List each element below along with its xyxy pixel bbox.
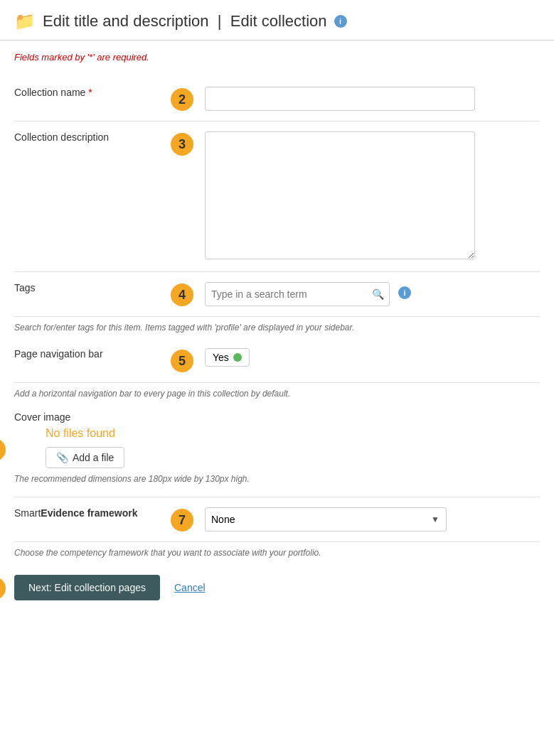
add-file-button[interactable]: 📎 Add a file <box>46 447 124 468</box>
smartevidence-label-area: SmartEvidence framework <box>14 507 171 519</box>
smartevidence-row: SmartEvidence framework 7 None Option 1 … <box>14 497 540 542</box>
toggle-label: Yes <box>213 352 229 363</box>
tags-help-text: Search for/enter tags for this item. Ite… <box>14 323 354 333</box>
tags-label-area: Tags <box>14 282 171 293</box>
collection-name-input-wrapper <box>205 87 475 111</box>
cover-image-help-text: The recommended dimensions are 180px wid… <box>14 474 250 484</box>
tags-help-row: Search for/enter tags for this item. Ite… <box>14 317 540 335</box>
title-separator: | <box>218 12 222 30</box>
smartevidence-select-container: None Option 1 Option 2 ▼ <box>205 507 447 531</box>
tags-search-wrapper: 🔍 <box>205 282 390 306</box>
paperclip-icon: 📎 <box>56 452 68 463</box>
next-button-label: Next: Edit collection pages <box>28 582 146 593</box>
step-badge-3: 3 <box>171 133 193 156</box>
folder-icon: 📁 <box>14 11 36 31</box>
cover-image-section: Cover image No files found 📎 Add a file … <box>14 401 540 497</box>
collection-description-label-area: Collection description <box>14 131 171 143</box>
smartevidence-select-wrapper: None Option 1 Option 2 ▼ <box>205 507 447 531</box>
collection-description-label: Collection description <box>14 131 109 143</box>
smartevidence-label: SmartEvidence framework <box>14 507 138 519</box>
search-icon[interactable]: 🔍 <box>372 288 384 300</box>
toggle-dot <box>233 353 242 362</box>
page-nav-label: Page navigation bar <box>14 348 103 360</box>
step-badge-7: 7 <box>171 509 193 531</box>
buttons-row: 8 Next: Edit collection pages Cancel <box>14 561 540 615</box>
cancel-button-label: Cancel <box>174 582 206 593</box>
smartevidence-field-area: 7 None Option 1 Option 2 ▼ <box>171 507 540 531</box>
collection-description-input-wrapper <box>205 131 475 261</box>
collection-name-label: Collection name <box>14 87 85 98</box>
page-header: 📁 Edit title and description | Edit coll… <box>0 0 554 40</box>
step-badge-6: 6 <box>0 438 6 461</box>
collection-name-label-area: Collection name * <box>14 87 171 98</box>
cover-step-badge-area <box>14 427 46 430</box>
page-nav-help-row: Add a horizontal navigation bar to every… <box>14 383 540 401</box>
page-nav-field-area: 5 Yes <box>171 348 540 372</box>
cover-image-label: Cover image <box>14 411 540 423</box>
tags-info-circle[interactable]: i <box>398 286 411 299</box>
page-nav-label-area: Page navigation bar <box>14 348 171 360</box>
tags-search-container: 🔍 <box>205 282 390 306</box>
smartevidence-help-text: Choose the competency framework that you… <box>14 548 321 558</box>
page-nav-toggle[interactable]: Yes <box>205 348 250 367</box>
form-container: Fields marked by '*' are required. Colle… <box>0 40 554 626</box>
step-badge-4: 4 <box>171 284 193 306</box>
collection-name-row: Collection name * 2 <box>14 77 540 122</box>
cancel-button[interactable]: Cancel <box>174 582 206 593</box>
title-part1: Edit title and description <box>43 12 209 30</box>
page-nav-toggle-wrapper: Yes <box>205 348 250 367</box>
add-file-label: Add a file <box>73 452 114 463</box>
header-info-icon[interactable]: i <box>334 15 347 28</box>
tags-search-input[interactable] <box>205 282 390 306</box>
page-nav-row: Page navigation bar 5 Yes <box>14 338 540 383</box>
required-notice: Fields marked by '*' are required. <box>14 52 540 63</box>
step-badge-8-container: 8 <box>0 576 11 600</box>
collection-name-field-area: 2 <box>171 87 540 111</box>
page-title: Edit title and description | Edit collec… <box>43 12 327 31</box>
collection-description-field-area: 3 <box>171 131 540 261</box>
tags-field-area: 4 🔍 i <box>171 282 540 306</box>
smartevidence-select[interactable]: None Option 1 Option 2 <box>205 507 447 531</box>
page-nav-help-text: Add a horizontal navigation bar to every… <box>14 389 290 399</box>
next-button[interactable]: Next: Edit collection pages <box>14 575 160 600</box>
step-badge-2: 2 <box>171 88 193 111</box>
collection-description-input[interactable] <box>205 131 475 259</box>
collection-description-row: Collection description 3 <box>14 122 540 272</box>
tags-row: Tags 4 🔍 i <box>14 272 540 317</box>
tags-label: Tags <box>14 282 36 293</box>
step-badge-8: 8 <box>0 577 6 600</box>
no-files-text: No files found <box>46 427 124 440</box>
collection-name-input[interactable] <box>205 87 475 111</box>
required-star: * <box>88 87 92 98</box>
step-badge-5: 5 <box>171 350 193 372</box>
tags-info-icon[interactable]: i <box>398 286 411 299</box>
title-part2: Edit collection <box>230 12 327 30</box>
step-badge-6-container: 6 <box>0 437 11 461</box>
cover-image-help-row: The recommended dimensions are 180px wid… <box>14 468 540 487</box>
smartevidence-help-row: Choose the competency framework that you… <box>14 542 540 561</box>
cover-image-content: No files found 📎 Add a file <box>46 427 124 468</box>
